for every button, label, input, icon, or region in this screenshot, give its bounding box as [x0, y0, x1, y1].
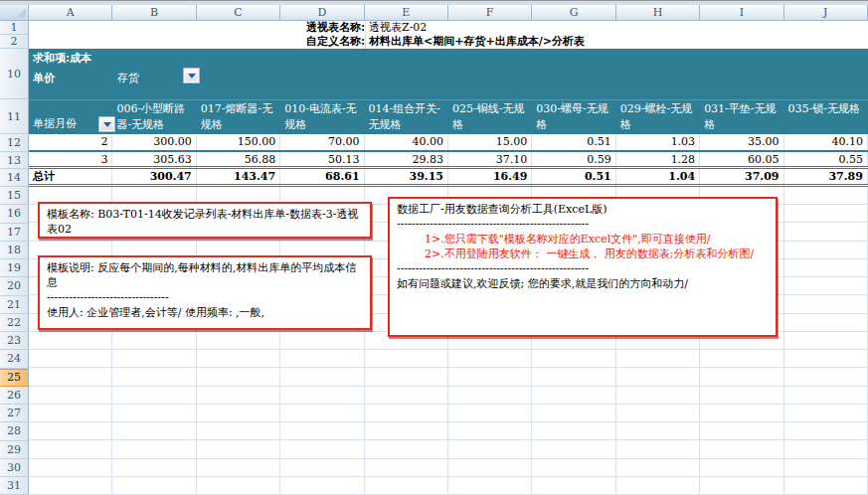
template-desc-text: 模板说明: 反应每个期间的,每种材料的,材料出库单的平均成本信息: [47, 260, 363, 290]
row-field-cell[interactable]: 单价: [33, 71, 55, 85]
column-header-e[interactable]: E: [365, 5, 448, 21]
column-header-f[interactable]: F: [448, 5, 532, 21]
total-cell[interactable]: 37.09: [700, 169, 783, 184]
row-label-cell[interactable]: 单据月份: [29, 100, 112, 134]
value-cell[interactable]: 50.13: [280, 152, 364, 167]
value-cell[interactable]: 0.59: [532, 152, 615, 167]
row-header-22[interactable]: 22: [0, 314, 29, 332]
column-header-c[interactable]: C: [197, 5, 280, 21]
row-header-14[interactable]: 14: [0, 169, 29, 187]
value-cell[interactable]: 40.10: [784, 134, 868, 150]
column-header-d[interactable]: D: [280, 5, 364, 21]
pivot-name-value-cell[interactable]: 透视表Z-02: [365, 21, 868, 35]
value-cell[interactable]: 15.00: [448, 134, 532, 150]
row-header-12[interactable]: 12: [0, 134, 29, 152]
row-header-2[interactable]: 2: [0, 35, 29, 49]
column-header-a[interactable]: A: [29, 5, 112, 21]
total-cell[interactable]: 39.15: [365, 169, 448, 184]
row-header-13[interactable]: 13: [0, 152, 29, 170]
pivot-col-header[interactable]: 030-螺母-无规格: [532, 100, 615, 134]
month-cell[interactable]: 2: [29, 134, 112, 150]
row-header-29[interactable]: 29: [0, 441, 29, 459]
column-header-row: A B C D E F G H I J: [0, 5, 868, 21]
table-row: 3 305.63 56.88 50.13 29.83 37.10 0.59 1.…: [29, 152, 868, 170]
row-header-21[interactable]: 21: [0, 296, 29, 314]
row-header-25[interactable]: 25: [0, 369, 29, 387]
row-header-30[interactable]: 30: [0, 459, 29, 477]
row-header-27[interactable]: 27: [0, 405, 29, 422]
pivot-col-header[interactable]: 025-铜线-无规格: [448, 100, 532, 134]
row-header-24[interactable]: 24: [0, 350, 29, 368]
value-cell[interactable]: 56.88: [197, 152, 280, 167]
total-cell[interactable]: 68.61: [280, 169, 364, 184]
row-header-15[interactable]: 15: [0, 187, 29, 205]
row-header-10[interactable]: 10: [0, 49, 29, 99]
value-cell[interactable]: 300.00: [112, 134, 196, 150]
page-field-dropdown-button[interactable]: [183, 68, 200, 83]
row-label-dropdown-button[interactable]: [98, 116, 115, 132]
custom-name-label-cell[interactable]: 自定义名称:: [29, 35, 365, 49]
sum-item-cell[interactable]: 求和项:成本: [33, 51, 91, 66]
template-name-box[interactable]: 模板名称: B03-T01-14收发记录列表-材料出库单-数据表-3-透视表02: [38, 202, 372, 239]
value-cell[interactable]: 35.00: [700, 134, 783, 150]
column-header-i[interactable]: I: [700, 5, 783, 21]
row-header-17[interactable]: 17: [0, 224, 29, 242]
pivot-col-header[interactable]: 031-平垫-无规格: [700, 100, 783, 134]
value-cell[interactable]: 29.83: [365, 152, 448, 167]
row-header-18[interactable]: 18: [0, 242, 29, 259]
row-header-19[interactable]: 19: [0, 259, 29, 277]
pivot-col-header[interactable]: 035-锁-无规格: [784, 100, 868, 134]
pivot-name-label-cell[interactable]: 透视表名称:: [29, 21, 365, 35]
value-cell[interactable]: 0.51: [532, 134, 615, 150]
row-header-20[interactable]: 20: [0, 277, 29, 295]
value-cell[interactable]: 150.00: [197, 134, 280, 150]
factory-step2-text: 2>.不用登陆用友软件： 一键生成， 用友的数据表;分析表和分析图/: [397, 247, 769, 261]
column-header-h[interactable]: H: [616, 5, 700, 21]
dropdown-arrow-icon: [188, 74, 196, 79]
pivot-column-header-row: 单据月份 006-小型断路器-无规格 017-熔断器-无规格 010-电流表-无…: [29, 99, 868, 134]
row-header-1[interactable]: 1: [0, 21, 29, 35]
month-cell[interactable]: 3: [29, 152, 112, 167]
row-header-31[interactable]: 31: [0, 477, 29, 495]
total-cell[interactable]: 37.89: [784, 169, 868, 184]
column-header-b[interactable]: B: [112, 5, 196, 21]
pivot-col-header[interactable]: 014-组合开关-无规格: [365, 100, 448, 134]
factory-footer-text: 如有问题或建议,欢迎反馈; 您的要求,就是我们的方向和动力/: [397, 276, 769, 291]
template-desc-box[interactable]: 模板说明: 反应每个期间的,每种材料的,材料出库单的平均成本信息 -------…: [38, 255, 372, 330]
value-cell[interactable]: 305.63: [112, 152, 196, 167]
row-header-28[interactable]: 28: [0, 422, 29, 440]
grand-total-label[interactable]: 总计: [29, 169, 112, 184]
value-cell[interactable]: 70.00: [280, 134, 364, 150]
pivot-field-area: 求和项:成本 单价 存货: [29, 49, 868, 99]
divider-dashes: ----------------------------------------…: [397, 261, 769, 276]
total-cell[interactable]: 16.49: [448, 169, 532, 184]
pivot-col-header[interactable]: 017-熔断器-无规格: [197, 100, 280, 134]
pivot-col-header[interactable]: 006-小型断路器-无规格: [112, 100, 196, 134]
value-cell[interactable]: 0.55: [784, 152, 868, 167]
custom-name-value-cell[interactable]: 材料出库单<期间+存货+出库成本/>分析表: [365, 35, 868, 49]
row-header-column: 1210111213141516171819202122232425262728…: [0, 0, 29, 495]
data-factory-box[interactable]: 数据工厂-用友数据查询分析工具(ExceL版) ----------------…: [388, 197, 778, 337]
value-cell[interactable]: 1.28: [616, 152, 700, 167]
row-header-16[interactable]: 16: [0, 205, 29, 223]
page-field-cell[interactable]: 存货: [117, 71, 139, 85]
pivot-col-header[interactable]: 010-电流表-无规格: [280, 100, 364, 134]
column-header-j[interactable]: J: [784, 5, 868, 21]
column-header-g[interactable]: G: [532, 5, 615, 21]
value-cell[interactable]: 1.03: [616, 134, 700, 150]
row-header-26[interactable]: 26: [0, 387, 29, 405]
users-text: 使用人: 企业管理者,会计等/ 使用频率: ,一般,: [47, 305, 363, 320]
pivot-col-header[interactable]: 029-螺栓-无规格: [616, 100, 700, 134]
total-cell[interactable]: 0.51: [532, 169, 615, 184]
value-cell[interactable]: 60.05: [700, 152, 783, 167]
total-cell[interactable]: 300.47: [112, 169, 196, 184]
dropdown-arrow-icon: [103, 122, 111, 127]
factory-step1-text: 1>.您只需下载"模板名称对应的Excel文件",即可直接使用/: [397, 232, 769, 247]
excel-window: { "header": { "pivot_label": "透视表名称:", "…: [0, 0, 868, 495]
total-cell[interactable]: 1.04: [616, 169, 700, 184]
row-header-11[interactable]: 11: [0, 99, 29, 134]
value-cell[interactable]: 37.10: [448, 152, 532, 167]
total-cell[interactable]: 143.47: [197, 169, 280, 184]
row-header-23[interactable]: 23: [0, 332, 29, 350]
value-cell[interactable]: 40.00: [365, 134, 448, 150]
